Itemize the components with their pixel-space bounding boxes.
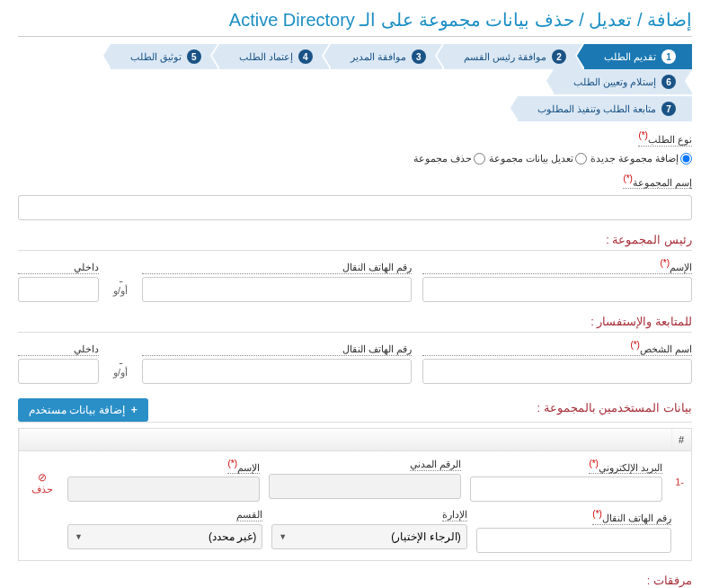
step-num: 3 (412, 49, 426, 64)
dept-select[interactable] (271, 524, 466, 549)
delete-row-button[interactable]: ⊘حذف (26, 459, 58, 495)
follow-name-label: اسم الشخص(*) (422, 340, 692, 356)
step-label: متابعة الطلب وتنفيذ المطلوب (537, 103, 656, 115)
radio-edit-input[interactable] (575, 153, 587, 165)
radio-delete[interactable]: حذف مجموعة (413, 153, 485, 165)
add-user-button[interactable]: إضافة بيانات مستخدم (18, 398, 148, 422)
head-ext-input[interactable] (18, 277, 99, 302)
group-head-title: رئيس المجموعة : (18, 233, 692, 251)
users-title: بيانات المستخدمين بالمجموعة : (537, 401, 692, 418)
step-3: 3موافقة المدير (331, 44, 442, 69)
name-label: الإسم(*) (227, 459, 260, 475)
delete-icon: ⊘ (26, 471, 58, 484)
step-num: 7 (661, 102, 676, 116)
page-title: إضافة / تعديل / حذف بيانات مجموعة على ال… (18, 9, 692, 37)
head-ext-label: داخلي (18, 262, 99, 274)
workflow-steps: 1تقديم الطلب 2موافقة رئيس القسم 3موافقة … (18, 44, 692, 94)
email-input[interactable] (470, 477, 662, 502)
follow-ext-input[interactable] (18, 359, 99, 384)
user-mobile-label: رقم الهاتف النقال(*) (592, 509, 671, 525)
follow-name-input[interactable] (422, 359, 692, 384)
radio-edit[interactable]: تعديل بيانات مجموعة (489, 153, 587, 165)
users-table: # -1 البريد الإلكتروني(*) الرقم المدني ا… (18, 428, 692, 561)
head-mobile-input[interactable] (142, 277, 412, 302)
step-num: 6 (661, 75, 676, 89)
step-label: إعتماد الطلب (239, 51, 293, 63)
step-7: 7متابعة الطلب وتنفيذ المطلوب (518, 96, 692, 121)
dept-label: الإدارة (442, 509, 467, 521)
follow-mobile-label: رقم الهاتف النقال (142, 343, 412, 356)
head-name-label: الإسم(*) (422, 258, 692, 274)
row-index: -1 (671, 459, 684, 487)
col-index: # (671, 429, 691, 450)
radio-add[interactable]: إضافة مجموعة جديدة (590, 153, 692, 165)
step-label: إستلام وتعيين الطلب (573, 76, 656, 88)
request-type-label: نوع الطلب(*) (638, 130, 692, 147)
section-select[interactable] (67, 524, 262, 549)
head-mobile-label: رقم الهاتف النقال (142, 262, 412, 274)
step-2: 2موافقة رئيس القسم (444, 44, 582, 69)
plus-icon (129, 404, 138, 416)
civil-label: الرقم المدني (410, 459, 461, 471)
step-4: 4إعتماد الطلب (219, 44, 329, 69)
head-name-input[interactable] (422, 277, 692, 302)
step-label: موافقة المدير (351, 51, 406, 63)
separator: ـأو/و (110, 355, 131, 384)
step-num: 4 (298, 49, 313, 64)
col-rest (19, 429, 671, 450)
step-label: موافقة رئيس القسم (464, 51, 546, 63)
workflow-steps-row2: 7متابعة الطلب وتنفيذ المطلوب (18, 96, 692, 121)
step-5: 5توثيق الطلب (111, 44, 217, 69)
name-input[interactable] (67, 477, 260, 502)
step-label: توثيق الطلب (130, 51, 182, 63)
attachments-title: مرفقات : (18, 574, 692, 588)
group-name-input[interactable] (18, 195, 692, 220)
group-name-label: إسم المجموعة(*) (623, 174, 692, 190)
radio-label: إضافة مجموعة جديدة (590, 153, 679, 165)
radio-label: تعديل بيانات مجموعة (489, 153, 573, 165)
radio-add-input[interactable] (680, 153, 692, 165)
step-6: 6إستلام وتعيين الطلب (554, 69, 692, 94)
radio-label: حذف مجموعة (413, 153, 472, 165)
radio-delete-input[interactable] (474, 153, 485, 165)
separator: ـأو/و (110, 273, 131, 302)
email-label: البريد الإلكتروني(*) (589, 459, 662, 475)
step-label: تقديم الطلب (604, 51, 656, 63)
civil-input[interactable] (269, 474, 461, 499)
user-mobile-input[interactable] (476, 528, 671, 553)
section-label: القسم (236, 509, 262, 521)
step-1: 1تقديم الطلب (584, 44, 692, 69)
follow-mobile-input[interactable] (142, 359, 412, 384)
step-num: 5 (187, 49, 201, 64)
step-num: 1 (661, 49, 676, 64)
follow-title: للمتابعة والإستفسار : (18, 315, 692, 333)
follow-ext-label: داخلي (18, 343, 99, 356)
step-num: 2 (552, 49, 566, 64)
